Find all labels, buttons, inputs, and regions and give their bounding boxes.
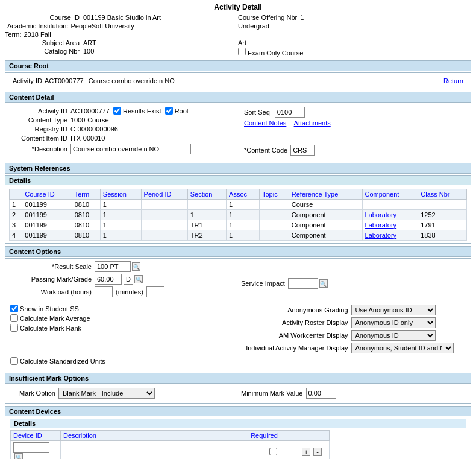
activity-roster-label: Activity Roster Display: [240, 319, 348, 326]
dev-col-id: Device ID: [11, 431, 61, 441]
academic-institution-value: PeopleSoft University: [71, 22, 134, 30]
registry-id-value: C-00000000096: [70, 125, 118, 133]
cr-activity-id-label: Activity ID: [13, 77, 42, 84]
passing-grade-search-icon[interactable]: 🔍: [134, 275, 143, 283]
course-root-return-link[interactable]: Return: [443, 77, 463, 84]
results-exist-checkbox[interactable]: [113, 107, 121, 115]
sort-seq-label: Sort Seq: [244, 109, 270, 116]
content-code-input[interactable]: [290, 145, 315, 156]
calc-standardized-checkbox[interactable]: [10, 357, 18, 365]
content-item-label: Content Item ID: [10, 135, 70, 142]
attachments-link[interactable]: Attachments: [294, 119, 331, 127]
col-session: Session: [100, 189, 141, 200]
catalog-nbr-value: 100: [83, 48, 94, 55]
table-row: 🔍 + -: [11, 441, 330, 460]
exam-only-checkbox[interactable]: [238, 48, 246, 55]
workload-label: Workload (hours): [10, 288, 95, 296]
add-device-button[interactable]: +: [302, 448, 310, 456]
service-impact-label: Service Impact: [241, 280, 285, 287]
device-id-input[interactable]: [13, 442, 49, 453]
mark-option-label: Mark Option: [10, 390, 55, 397]
workload-minutes-input[interactable]: [146, 286, 164, 297]
content-devices-table: Device ID Description Required 🔍: [10, 430, 330, 459]
academic-institution-label: Academic Institution:: [7, 22, 69, 30]
insufficient-mark-header: Insufficient Mark Options: [5, 373, 471, 384]
workload-hours-input[interactable]: [95, 286, 113, 297]
cr-description: Course combo override n NO: [89, 77, 175, 84]
minimum-mark-label: Minimum Mark Value: [241, 390, 303, 397]
col-section: Section: [187, 189, 226, 200]
show-student-ss-checkbox[interactable]: [10, 305, 18, 312]
remove-device-button[interactable]: -: [313, 448, 322, 456]
calc-mark-rank-label: Calculate Mark Rank: [20, 324, 81, 332]
term-type: Undergrad: [238, 22, 269, 30]
subject-area-label: Subject Area: [5, 39, 83, 46]
col-ref-type: Reference Type: [289, 189, 362, 200]
content-options-header: Content Options: [5, 246, 471, 257]
content-code-label: *Content Code: [244, 147, 287, 154]
calc-standardized-label: Calculate Standardized Units: [20, 358, 105, 365]
exam-only-label: Exam Only Course: [248, 49, 303, 57]
course-id-value: 001199 Basic Studio in Art: [83, 14, 161, 21]
root-checkbox[interactable]: [165, 107, 173, 115]
cd-activity-id-label: Activity ID: [10, 107, 70, 115]
system-references-header: System References: [5, 163, 471, 174]
service-impact-search-icon[interactable]: 🔍: [319, 279, 328, 288]
passing-mark-label: Passing Mark/Grade: [10, 276, 95, 283]
content-type-label: Content Type: [10, 116, 70, 124]
content-notes-link[interactable]: Content Notes: [244, 119, 286, 127]
sort-seq-input[interactable]: [275, 107, 305, 118]
result-scale-search-icon[interactable]: 🔍: [132, 262, 140, 271]
course-root-header: Course Root: [5, 60, 471, 71]
col-course-id: Course ID: [22, 189, 72, 200]
component-link[interactable]: Laboratory: [365, 232, 397, 239]
col-component: Component: [362, 189, 418, 200]
passing-grade-input[interactable]: [124, 274, 133, 285]
table-row: 20011990810111ComponentLaboratory1252: [10, 210, 467, 220]
subject-area-art: Art: [238, 39, 246, 46]
show-student-ss-label: Show in Student SS: [20, 305, 79, 312]
device-search-icon[interactable]: 🔍: [14, 453, 23, 459]
passing-mark-input[interactable]: [95, 274, 122, 285]
content-type-value: 1000-Course: [70, 116, 109, 124]
mark-option-select[interactable]: Blank Mark - Include Blank Mark - Exclud…: [58, 388, 155, 399]
minimum-mark-input[interactable]: [306, 388, 336, 399]
content-item-value: ITX-000010: [70, 135, 105, 142]
page-title: Activity Detail: [5, 3, 471, 11]
calc-mark-avg-checkbox[interactable]: [10, 314, 18, 322]
individual-activity-label: Individual Activity Manager Display: [240, 344, 348, 352]
content-detail-header: Content Detail: [5, 92, 471, 103]
table-row: 400119908101TR21ComponentLaboratory1838: [10, 230, 467, 241]
device-required-checkbox[interactable]: [269, 448, 277, 455]
col-topic: Topic: [259, 189, 289, 200]
activity-roster-select[interactable]: Anonymous ID only Student ID only Both: [351, 317, 436, 328]
content-devices-header: Content Devices: [5, 407, 471, 416]
calc-mark-rank-checkbox[interactable]: [10, 324, 18, 332]
catalog-nbr-label: Catalog Nbr: [5, 48, 83, 55]
system-refs-table: Course ID Term Session Period ID Section…: [9, 189, 467, 241]
col-class-nbr: Class Nbr: [418, 189, 467, 200]
course-offering-value: 1: [300, 14, 304, 21]
individual-activity-select[interactable]: Anonymous, Student ID and Name Anonymous…: [351, 343, 454, 353]
results-exist-label: Results Exist: [123, 107, 161, 115]
am-workcenter-label: AM Workcenter Display: [240, 332, 348, 339]
system-refs-details-label: Details: [5, 176, 471, 185]
cd-description-input[interactable]: [70, 144, 191, 154]
calc-mark-avg-label: Calculate Mark Average: [20, 315, 90, 322]
course-id-label: Course ID: [5, 14, 83, 21]
term-value: 2018 Fall: [24, 31, 51, 38]
dev-col-required: Required: [248, 431, 298, 441]
table-row: 300119908101TR11ComponentLaboratory1791: [10, 220, 467, 230]
result-scale-input[interactable]: [95, 261, 131, 272]
registry-id-label: Registry ID: [10, 125, 70, 133]
subject-area-value: ART: [83, 39, 96, 46]
anonymous-grading-select[interactable]: Use Anonymous ID Use Student ID: [351, 305, 436, 315]
component-link[interactable]: Laboratory: [365, 211, 397, 218]
component-link[interactable]: Laboratory: [365, 221, 397, 229]
am-workcenter-select[interactable]: Anonymous ID Student ID: [351, 330, 436, 341]
table-row: 1001199081011Course: [10, 200, 467, 210]
service-impact-input[interactable]: [288, 278, 318, 289]
minutes-label: (minutes): [116, 288, 143, 296]
col-assoc: Assoc: [227, 189, 260, 200]
term-label: Term:: [5, 31, 22, 38]
